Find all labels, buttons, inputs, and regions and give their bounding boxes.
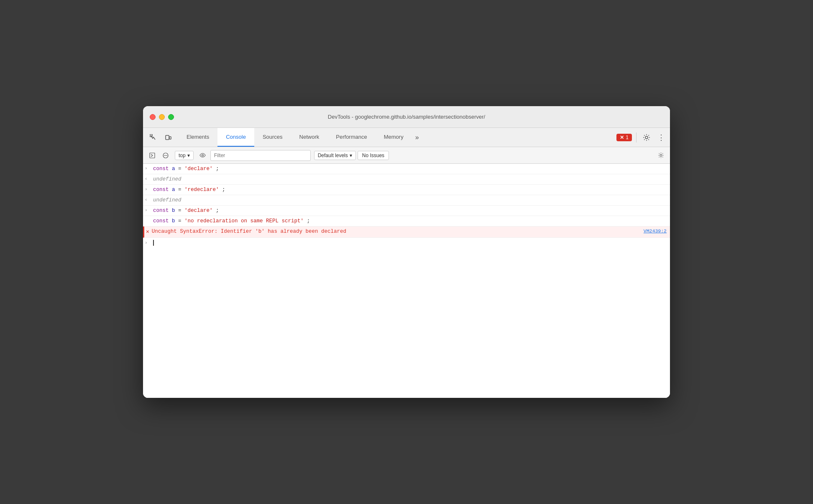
op-5: = xyxy=(178,208,184,214)
svg-point-8 xyxy=(660,154,662,156)
op-6: = xyxy=(178,218,184,224)
undefined-2: undefined xyxy=(153,197,182,203)
title-bar: DevTools - googlechrome.github.io/sample… xyxy=(143,106,670,128)
close-button[interactable] xyxy=(150,114,156,120)
console-toolbar-right xyxy=(655,150,667,161)
console-line-4: ‹ undefined xyxy=(143,195,670,206)
tab-memory[interactable]: Memory xyxy=(376,128,412,147)
eye-button[interactable] xyxy=(197,150,209,161)
clear-console-button[interactable] xyxy=(160,150,171,161)
tab-bar: Elements Console Sources Network Perform… xyxy=(143,128,670,147)
more-tabs-button[interactable]: » xyxy=(412,128,422,147)
tab-performance[interactable]: Performance xyxy=(327,128,375,147)
console-line-3: › const a = 'redeclare' ; xyxy=(143,185,670,195)
op-1: = xyxy=(178,166,184,172)
arrow-icon-6: › xyxy=(145,217,151,225)
keyword-6: const xyxy=(153,218,169,224)
levels-arrow-icon: ▾ xyxy=(350,153,352,158)
error-badge[interactable]: ✕ 1 xyxy=(616,134,632,141)
semi-1: ; xyxy=(216,166,219,172)
levels-label: Default levels xyxy=(318,153,348,158)
arrow-icon-1: › xyxy=(145,165,151,173)
minimize-button[interactable] xyxy=(159,114,165,120)
tab-elements[interactable]: Elements xyxy=(178,128,217,147)
device-toolbar-button[interactable] xyxy=(161,131,175,144)
semi-3: ; xyxy=(222,187,225,193)
arrow-icon-3: › xyxy=(145,186,151,193)
svg-point-3 xyxy=(645,136,648,139)
error-count: 1 xyxy=(626,135,629,140)
tab-bar-right: ✕ 1 ⋮ xyxy=(613,128,670,147)
var-6: b xyxy=(172,218,175,224)
str-5: 'declare' xyxy=(184,208,213,214)
line-content-3: const a = 'redeclare' ; xyxy=(153,186,667,194)
tab-network[interactable]: Network xyxy=(291,128,328,147)
console-line-6: › const b = 'no redeclaration on same RE… xyxy=(143,216,670,227)
tab-console[interactable]: Console xyxy=(217,128,254,147)
error-icon: ✕ xyxy=(146,228,149,237)
inspect-element-button[interactable] xyxy=(146,131,160,144)
console-toolbar: top ▾ Default levels ▾ No Issues xyxy=(143,147,670,164)
settings-button[interactable] xyxy=(641,132,652,143)
tab-bar-left-icons xyxy=(143,128,178,147)
arrow-icon-5: › xyxy=(145,207,151,214)
traffic-lights xyxy=(150,114,174,120)
more-options-button[interactable]: ⋮ xyxy=(655,132,667,143)
return-arrow-2: ‹ xyxy=(145,196,151,204)
semi-5: ; xyxy=(216,208,219,214)
line-content-5: const b = 'declare' ; xyxy=(153,206,667,215)
keyword-5: const xyxy=(153,208,169,214)
error-text: Uncaught SyntaxError: Identifier 'b' has… xyxy=(152,227,640,236)
var-1: a xyxy=(172,166,175,172)
error-icon: ✕ xyxy=(620,135,624,140)
line-content-6: const b = 'no redeclaration on same REPL… xyxy=(153,217,667,225)
console-input-line[interactable]: › xyxy=(143,238,670,248)
undefined-1: undefined xyxy=(153,176,182,182)
console-line-5: › const b = 'declare' ; xyxy=(143,206,670,216)
op-3: = xyxy=(178,187,184,193)
keyword-3: const xyxy=(153,187,169,193)
input-arrow: › xyxy=(145,239,151,247)
maximize-button[interactable] xyxy=(168,114,174,120)
context-arrow-icon: ▾ xyxy=(187,153,190,158)
no-issues-button[interactable]: No Issues xyxy=(358,151,389,160)
window-title: DevTools - googlechrome.github.io/sample… xyxy=(328,114,485,120)
svg-point-7 xyxy=(202,155,204,156)
str-6: 'no redeclaration on same REPL script' xyxy=(184,218,304,224)
run-script-button[interactable] xyxy=(146,150,158,161)
console-error-line: ✕ Uncaught SyntaxError: Identifier 'b' h… xyxy=(143,227,670,238)
devtools-container: Elements Console Sources Network Perform… xyxy=(143,128,670,398)
line-content-2: undefined xyxy=(153,175,667,183)
semi-6: ; xyxy=(307,218,310,224)
devtools-window: DevTools - googlechrome.github.io/sample… xyxy=(143,106,670,398)
error-source-link[interactable]: VM2439:2 xyxy=(644,227,667,235)
tab-sources[interactable]: Sources xyxy=(254,128,291,147)
context-label: top xyxy=(179,153,186,158)
var-3: a xyxy=(172,187,175,193)
console-line-2: ‹ undefined xyxy=(143,174,670,185)
svg-rect-1 xyxy=(166,135,169,140)
levels-selector[interactable]: Default levels ▾ xyxy=(314,151,356,160)
return-arrow-1: ‹ xyxy=(145,176,151,183)
console-settings-button[interactable] xyxy=(655,150,667,161)
context-selector[interactable]: top ▾ xyxy=(175,151,194,160)
divider xyxy=(636,132,637,143)
var-5: b xyxy=(172,208,175,214)
cursor xyxy=(153,240,154,246)
svg-rect-2 xyxy=(169,137,171,139)
console-line-1: › const a = 'declare' ; xyxy=(143,164,670,174)
line-content-4: undefined xyxy=(153,196,667,204)
filter-input[interactable] xyxy=(210,150,311,161)
tab-list: Elements Console Sources Network Perform… xyxy=(178,128,613,147)
line-content-1: const a = 'declare' ; xyxy=(153,165,667,173)
str-1: 'declare' xyxy=(184,166,213,172)
keyword-1: const xyxy=(153,166,169,172)
str-3: 'redeclare' xyxy=(184,187,219,193)
console-output: › const a = 'declare' ; ‹ undefined xyxy=(143,164,670,398)
